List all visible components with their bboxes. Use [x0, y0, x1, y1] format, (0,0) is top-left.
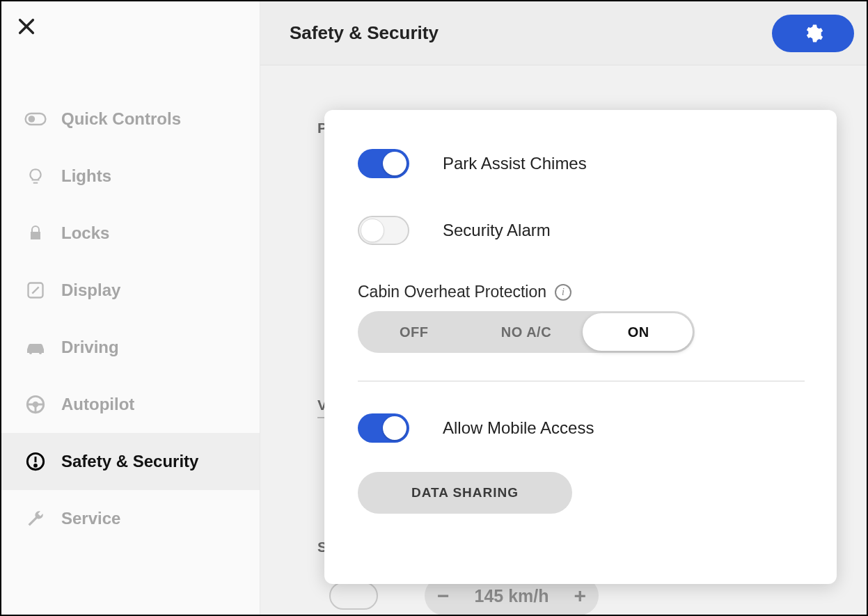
sidebar-item-label: Driving [61, 338, 119, 357]
main: P V S − 145 km/h + Park Assist Chimes Se… [260, 65, 867, 615]
close-button[interactable] [17, 17, 36, 36]
sidebar-item-driving[interactable]: Driving [1, 319, 260, 376]
mobile-access-toggle[interactable] [358, 413, 409, 443]
sidebar-item-label: Service [61, 509, 120, 528]
svg-line-5 [32, 287, 38, 293]
settings-button[interactable] [772, 15, 854, 52]
toggle-icon [24, 107, 47, 131]
car-icon [24, 335, 47, 359]
speed-value: 145 km/h [474, 586, 549, 606]
cabin-opt-on[interactable]: ON [583, 324, 695, 340]
bulb-icon [24, 164, 47, 188]
sidebar-nav: Quick Controls Lights Locks Display Driv… [1, 90, 260, 547]
sidebar-item-autopilot[interactable]: Autopilot [1, 376, 260, 433]
security-alarm-label: Security Alarm [443, 221, 551, 240]
sidebar-item-label: Display [61, 281, 120, 300]
svg-point-10 [35, 464, 37, 466]
sidebar-item-safety-security[interactable]: Safety & Security [1, 433, 260, 490]
sidebar: Quick Controls Lights Locks Display Driv… [1, 1, 260, 615]
alert-icon [24, 450, 47, 473]
info-icon[interactable]: i [555, 284, 571, 301]
wrench-icon [24, 507, 47, 530]
mobile-access-label: Allow Mobile Access [443, 418, 594, 438]
display-icon [24, 278, 47, 302]
close-icon [17, 17, 36, 36]
sidebar-item-label: Quick Controls [61, 109, 181, 129]
sidebar-item-quick-controls[interactable]: Quick Controls [1, 90, 260, 148]
plus-icon[interactable]: + [574, 584, 586, 608]
card-divider [358, 381, 805, 381]
cabin-overheat-segmented[interactable]: OFF NO A/C ON [358, 311, 695, 353]
sidebar-item-locks[interactable]: Locks [1, 205, 260, 262]
minus-icon[interactable]: − [437, 584, 450, 608]
sidebar-item-label: Safety & Security [61, 452, 198, 471]
cabin-opt-noac[interactable]: NO A/C [470, 324, 582, 340]
data-sharing-label: DATA SHARING [411, 485, 519, 500]
cabin-opt-off[interactable]: OFF [358, 324, 470, 340]
cabin-overheat-label: Cabin Overheat Protection [358, 283, 546, 301]
sidebar-item-label: Autopilot [61, 395, 134, 414]
sidebar-item-display[interactable]: Display [1, 262, 260, 319]
data-sharing-button[interactable]: DATA SHARING [358, 472, 572, 514]
park-assist-label: Park Assist Chimes [443, 154, 587, 173]
lock-icon [24, 221, 47, 245]
bg-toggle[interactable] [329, 582, 378, 610]
gear-icon [803, 23, 823, 44]
park-assist-toggle[interactable] [358, 149, 409, 178]
security-alarm-toggle[interactable] [358, 216, 409, 245]
sidebar-item-label: Lights [61, 166, 111, 186]
header: Safety & Security [260, 1, 867, 65]
steering-wheel-icon [24, 393, 47, 416]
page-title: Safety & Security [290, 22, 439, 44]
svg-point-7 [33, 402, 38, 406]
sidebar-item-service[interactable]: Service [1, 490, 260, 547]
settings-card: Park Assist Chimes Security Alarm Cabin … [324, 110, 837, 584]
svg-point-3 [29, 116, 35, 123]
sidebar-item-label: Locks [61, 223, 109, 243]
sidebar-item-lights[interactable]: Lights [1, 148, 260, 205]
